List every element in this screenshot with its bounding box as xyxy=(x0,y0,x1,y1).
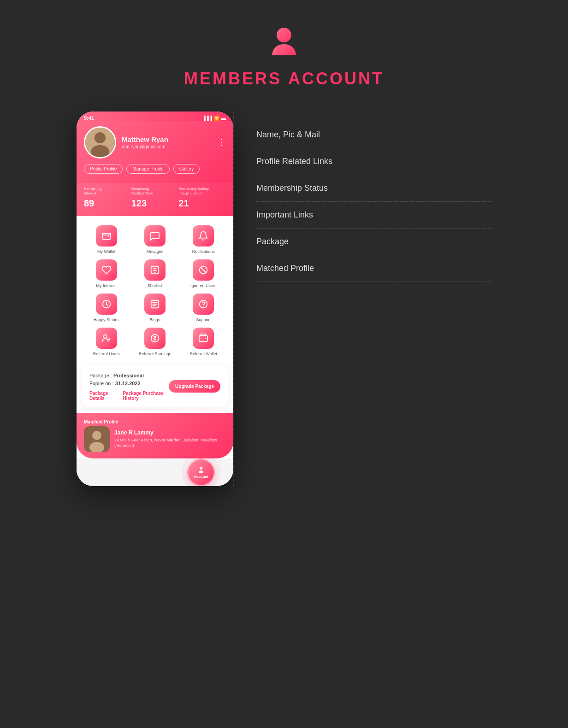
wifi-icon: 🛜 xyxy=(214,116,219,121)
account-fab[interactable]: Account xyxy=(188,459,214,485)
profile-top: Matthew Ryan mat.ryan@gmail.com ⋮ xyxy=(84,126,226,159)
menu-label-support: Support xyxy=(196,317,211,322)
label-text-4: Package xyxy=(256,237,289,247)
stat-gallery: Remaining GalleryImage Upload 21 xyxy=(178,187,226,209)
menu-item-happy-stories[interactable]: Happy Stories xyxy=(84,294,129,322)
notifications-icon xyxy=(193,225,214,247)
messages-icon xyxy=(144,225,166,247)
matched-name: Jane R Lammy xyxy=(114,429,226,436)
wallet-icon xyxy=(96,225,117,247)
top-icon xyxy=(268,28,300,60)
menu-grid: My Wallet Mesages Notifications xyxy=(84,225,226,356)
stat-gallery-value: 21 xyxy=(178,198,226,209)
matched-desc: 29 yrs, 5 Feet 4 inch, Never Married, Ju… xyxy=(114,437,226,449)
ignored-icon xyxy=(193,259,214,281)
menu-label-shortlist: Shortlist xyxy=(148,283,163,288)
svg-rect-12 xyxy=(199,335,207,341)
status-icons: ▐▐▐ 🛜 ▬ xyxy=(202,116,226,121)
manage-profile-btn[interactable]: Manage Profile xyxy=(126,164,169,174)
stat-interest: RemainingInterest 89 xyxy=(84,187,131,209)
public-profile-btn[interactable]: Public Profile xyxy=(84,164,123,174)
menu-item-support[interactable]: Support xyxy=(181,294,226,322)
menu-label-happy-stories: Happy Stories xyxy=(93,317,119,322)
shortlist-icon xyxy=(144,259,166,281)
menu-item-ignored[interactable]: Ignored Users xyxy=(181,259,226,288)
menu-label-referral-wallet: Referral Wallet xyxy=(190,352,217,356)
menu-item-referral-earnings[interactable]: Referral Earnings xyxy=(132,328,177,356)
bottom-nav: Account xyxy=(77,458,233,486)
matched-section-label: Matched Profile xyxy=(84,419,226,424)
profile-header: Matthew Ryan mat.ryan@gmail.com ⋮ Public… xyxy=(77,121,233,183)
account-fab-label: Account xyxy=(194,475,208,479)
menu-item-blogs[interactable]: Blogs xyxy=(132,294,177,322)
menu-label-interest: My Interest xyxy=(96,283,117,288)
profile-links: Public Profile Manage Profile Gallery xyxy=(84,164,226,174)
page-title: MEMBERS ACCOUNT xyxy=(184,69,384,88)
label-text-0: Name, Pic & Mail xyxy=(256,130,320,140)
label-matched-profile: Matched Profile xyxy=(256,255,491,282)
svg-point-9 xyxy=(203,305,204,306)
label-text-2: Membership Status xyxy=(256,183,328,193)
svg-point-10 xyxy=(103,335,106,338)
package-details-link[interactable]: Package Details xyxy=(89,391,117,401)
profile-name: Matthew Ryan xyxy=(122,135,212,143)
referral-wallet-icon xyxy=(193,328,214,349)
label-text-3: Important Links xyxy=(256,210,313,220)
svg-point-16 xyxy=(200,467,202,470)
stat-contact-value: 123 xyxy=(131,198,179,209)
stat-contact-label: RemainingContact View xyxy=(131,187,179,196)
menu-grid-section: My Wallet Mesages Notifications xyxy=(77,216,233,365)
profile-email: mat.ryan@gmail.com xyxy=(122,144,212,149)
menu-item-notifications[interactable]: Notifications xyxy=(181,225,226,254)
label-important-links: Important Links xyxy=(256,202,491,229)
label-package: Package xyxy=(256,229,491,255)
package-links: Package Details Package Purchase History xyxy=(89,391,169,401)
label-profile-related: Profile Related Links xyxy=(256,148,491,175)
menu-dots[interactable]: ⋮ xyxy=(218,137,226,147)
support-icon xyxy=(193,294,214,315)
referral-earnings-icon xyxy=(144,328,166,349)
package-info: Package : Professional Expire on : 31.12… xyxy=(89,372,169,401)
menu-item-interest[interactable]: My Interest xyxy=(84,259,129,288)
stat-interest-label: RemainingInterest xyxy=(84,187,131,196)
menu-label-blogs: Blogs xyxy=(150,317,160,322)
menu-label-ignored: Ignored Users xyxy=(190,283,217,288)
signal-icon: ▐▐▐ xyxy=(202,116,212,121)
status-time: 9:41 xyxy=(84,115,94,121)
main-content: 9:41 ▐▐▐ 🛜 ▬ xyxy=(77,112,491,486)
package-expire: 31.12.2022 xyxy=(115,381,141,386)
menu-item-referral-users[interactable]: Referral Users xyxy=(84,328,129,356)
stat-interest-value: 89 xyxy=(84,198,131,209)
phone-mockup: 9:41 ▐▐▐ 🛜 ▬ xyxy=(77,112,233,486)
menu-label-messages: Mesages xyxy=(147,249,164,254)
menu-label-wallet: My Wallet xyxy=(97,249,115,254)
package-history-link[interactable]: Package Purchase History xyxy=(123,391,169,401)
menu-item-shortlist[interactable]: Shortlist xyxy=(132,259,177,288)
avatar-image xyxy=(85,128,115,157)
matched-content: Matched Profile Jane R Lammy 29 yrs, 5 F… xyxy=(84,419,226,452)
menu-label-referral-earnings: Referral Earnings xyxy=(139,352,171,356)
stat-contact: RemainingContact View 123 xyxy=(131,187,179,209)
label-text-1: Profile Related Links xyxy=(256,157,332,166)
status-bar: 9:41 ▐▐▐ 🛜 ▬ xyxy=(77,112,233,121)
menu-item-referral-wallet[interactable]: Referral Wallet xyxy=(181,328,226,356)
battery-icon: ▬ xyxy=(221,116,226,121)
upgrade-btn[interactable]: Upgrade Package xyxy=(169,380,220,393)
package-type: Professional xyxy=(113,373,144,378)
stats-row: RemainingInterest 89 RemainingContact Vi… xyxy=(77,183,233,216)
menu-label-referral-users: Referral Users xyxy=(93,352,120,356)
profile-info: Matthew Ryan mat.ryan@gmail.com xyxy=(122,135,212,149)
svg-point-1 xyxy=(95,132,106,143)
svg-point-14 xyxy=(92,431,101,440)
menu-item-wallet[interactable]: My Wallet xyxy=(84,225,129,254)
right-labels: Name, Pic & Mail Profile Related Links M… xyxy=(233,112,491,282)
svg-point-17 xyxy=(199,471,204,474)
label-text-5: Matched Profile xyxy=(256,264,314,273)
gallery-btn[interactable]: Gallery xyxy=(173,164,200,174)
label-name-pic-mail: Name, Pic & Mail xyxy=(256,112,491,148)
menu-label-notifications: Notifications xyxy=(192,249,215,254)
happy-stories-icon xyxy=(96,294,117,315)
package-details: Package : Professional Expire on : 31.12… xyxy=(89,372,169,388)
menu-item-messages[interactable]: Mesages xyxy=(132,225,177,254)
fab-area: Account xyxy=(183,454,219,486)
